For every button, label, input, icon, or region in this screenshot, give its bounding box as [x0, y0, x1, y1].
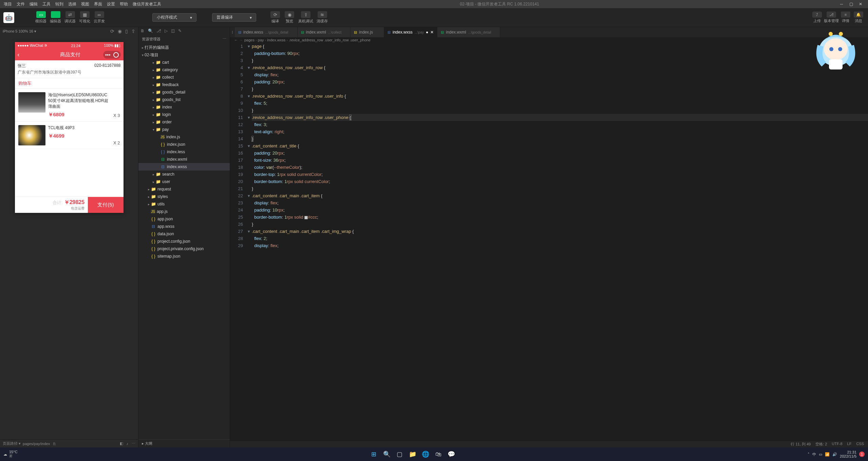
device-icon[interactable]: ▯ — [125, 28, 128, 34]
tree-category[interactable]: ▸📁category — [138, 66, 230, 74]
tree-index.less[interactable]: { }index.less — [138, 148, 230, 156]
tree-collect[interactable]: ▸📁collect — [138, 74, 230, 81]
tree-app.json[interactable]: { }app.json — [138, 215, 230, 223]
tree-login[interactable]: ▸📁login — [138, 111, 230, 118]
indent-info[interactable]: 空格: 2 — [815, 442, 827, 447]
tree-user[interactable]: ▸📁user — [138, 178, 230, 185]
tree-order[interactable]: ▸📁order — [138, 118, 230, 126]
scene-icon[interactable]: ◧ — [120, 441, 123, 446]
tree-index.wxml[interactable]: ⊟index.wxml — [138, 156, 230, 163]
tb-云开发[interactable]: ∞云开发 — [92, 10, 106, 25]
menu-文件[interactable]: 文件 — [14, 0, 27, 8]
tb-消息[interactable]: 🔔消息 — [852, 12, 865, 23]
volume-icon[interactable]: 🔊 — [832, 452, 837, 457]
tab-actions-icon[interactable]: ⫶ — [230, 27, 235, 37]
breadcrumb[interactable]: ← → pages › pay › index.wxss › .revice_a… — [230, 37, 868, 43]
tree-goods_list[interactable]: ▸📁goods_list — [138, 96, 230, 103]
tree-goods_detail[interactable]: ▸📁goods_detail — [138, 88, 230, 96]
tree-app.wxss[interactable]: ⊟app.wxss — [138, 223, 230, 230]
audio-icon[interactable]: ♪ — [127, 442, 129, 446]
tree-sitemap.json[interactable]: { }sitemap.json — [138, 253, 230, 260]
files-tab-icon[interactable]: 🗎 — [140, 28, 145, 33]
tb-可视化[interactable]: ▦可视化 — [78, 10, 92, 25]
tb-编译[interactable]: ⟳编译 — [268, 10, 282, 25]
tb-模拟器[interactable]: ▭模拟器 — [34, 10, 48, 25]
tab-index.wxml[interactable]: ⊟index.wxml...\goods_detail✕ — [437, 27, 500, 37]
tree-project.private.config.json[interactable]: { }project.private.config.json — [138, 245, 230, 253]
tab-index.wxml[interactable]: ⊟index.wxml...\collect✕ — [298, 27, 351, 37]
more-icon[interactable]: ⋯ — [223, 37, 226, 42]
tree-index.js[interactable]: JSindex.js — [138, 133, 230, 141]
tree-request[interactable]: ▸📁request — [138, 185, 230, 193]
cursor-pos[interactable]: 行 11, 列 49 — [791, 442, 811, 447]
close-icon[interactable]: ✕ — [857, 2, 864, 6]
menu-转到[interactable]: 转到 — [53, 0, 66, 8]
tree-project.config.json[interactable]: { }project.config.json — [138, 238, 230, 245]
path-label[interactable]: 页面路径 ▾ — [3, 441, 21, 446]
tree-search[interactable]: ▸📁search — [138, 171, 230, 178]
tab-index.wxss[interactable]: ⊟index.wxss...\goods_detail✕ — [235, 27, 298, 37]
tb-调试器[interactable]: ⇄调试器 — [63, 10, 77, 25]
menu-项目[interactable]: 项目 — [1, 0, 14, 8]
edge-icon[interactable]: 🌐 — [420, 449, 431, 460]
more-icon[interactable]: ⋯ — [132, 441, 135, 446]
menu-微信开发者工具[interactable]: 微信开发者工具 — [130, 0, 164, 8]
menu-帮助[interactable]: 帮助 — [117, 0, 130, 8]
mode-select[interactable]: 小程序模式▾ — [152, 13, 196, 22]
wechat-icon[interactable]: 💬 — [446, 449, 457, 460]
tree-styles[interactable]: ▸📁styles — [138, 193, 230, 200]
device-select[interactable]: iPhone 5 100% 16 ▾ — [3, 29, 36, 34]
tb-真机调试[interactable]: ⇪真机调试 — [297, 10, 315, 25]
clock-date[interactable]: 2022/11/5 — [840, 454, 856, 458]
menu-界面[interactable]: 界面 — [92, 0, 105, 8]
ext-tab-icon[interactable]: ◫ — [171, 28, 175, 33]
tb-上传[interactable]: ⤴上传 — [811, 12, 823, 23]
menu-工具[interactable]: 工具 — [40, 0, 53, 8]
tree-pay[interactable]: ▾📁pay — [138, 126, 230, 133]
tab-index.js[interactable]: ⊟index.js✕ — [351, 27, 384, 37]
eol[interactable]: LF — [847, 442, 852, 447]
notification-badge[interactable]: 1 — [859, 452, 865, 457]
record-icon[interactable]: ◉ — [118, 28, 122, 34]
menu-设置[interactable]: 设置 — [105, 0, 117, 8]
tree-index.wxss[interactable]: ⊟index.wxss — [138, 163, 230, 171]
minimize-icon[interactable]: ─ — [838, 2, 845, 6]
language[interactable]: CSS — [856, 442, 864, 447]
pay-button[interactable]: 支付(5) — [88, 197, 123, 213]
tree-cart[interactable]: ▸📁cart — [138, 59, 230, 66]
encoding[interactable]: UTF-8 — [832, 442, 842, 447]
battery-icon[interactable]: ▭ — [819, 452, 822, 457]
tree-index.json[interactable]: { }index.json — [138, 141, 230, 148]
tab-index.wxss[interactable]: ⊟index.wxss...\pay●✕ — [384, 27, 437, 37]
tree-data.json[interactable]: { }data.json — [138, 230, 230, 238]
tree-feedback[interactable]: ▸📁feedback — [138, 81, 230, 88]
capsule-button[interactable]: ••• — [103, 51, 121, 59]
menu-视图[interactable]: 视图 — [79, 0, 92, 8]
tb-编辑器[interactable]: 编辑器 — [49, 10, 62, 25]
tree-utils[interactable]: ▸📁utils — [138, 200, 230, 208]
ime-label[interactable]: 中 — [812, 452, 816, 457]
store-icon[interactable]: 🛍 — [433, 449, 444, 460]
code-editor[interactable]: page { padding-bottom: 90rpx;}.revice_ad… — [252, 43, 868, 441]
tb-清缓存[interactable]: ≋清缓存 — [315, 10, 329, 25]
clock-time[interactable]: 21:31 — [840, 450, 856, 454]
start-icon[interactable]: ⊞ — [369, 449, 379, 460]
open-editors-section[interactable]: 打开的编辑器 — [145, 45, 169, 51]
tree-app.js[interactable]: JSapp.js — [138, 208, 230, 215]
menu-选择[interactable]: 选择 — [66, 0, 79, 8]
share-icon[interactable]: ⇪ — [131, 28, 135, 34]
taskview-icon[interactable]: ▢ — [394, 449, 405, 460]
refresh-icon[interactable]: ⟳ — [110, 28, 114, 34]
copy-icon[interactable]: ⎘ — [53, 442, 56, 446]
explorer-icon[interactable]: 📁 — [407, 449, 418, 460]
search-icon[interactable]: 🔍 — [381, 449, 392, 460]
search-tab-icon[interactable]: 🔍 — [148, 28, 153, 33]
debug-tab-icon[interactable]: ▷ — [165, 28, 168, 33]
tree-index[interactable]: ▸📁index — [138, 103, 230, 111]
tb-预览[interactable]: ◉预览 — [283, 10, 296, 25]
outline-section[interactable]: 大纲 — [145, 441, 152, 445]
tb-详情[interactable]: ≡详情 — [839, 12, 852, 23]
compile-select[interactable]: 普通编译▾ — [212, 13, 256, 22]
maximize-icon[interactable]: ▢ — [848, 2, 854, 6]
project-section[interactable]: 02-项目 — [145, 52, 158, 58]
